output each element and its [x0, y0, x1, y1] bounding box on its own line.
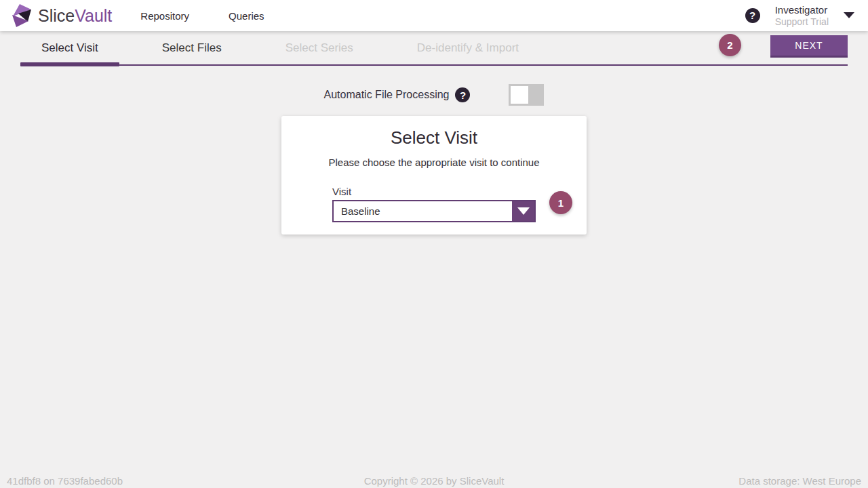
- top-navigation: Repository Queries: [140, 10, 264, 22]
- help-icon[interactable]: ?: [745, 8, 760, 23]
- visit-field: Visit Baseline: [332, 186, 536, 222]
- brand-logo[interactable]: SliceVault: [9, 3, 112, 28]
- tab-select-visit[interactable]: Select Visit: [20, 31, 119, 64]
- wizard-tabbar-inner: Select Visit Select Files Select Series …: [20, 31, 848, 66]
- nav-item-queries[interactable]: Queries: [229, 10, 264, 22]
- brand-name-part1: Slice: [38, 6, 75, 25]
- auto-processing-toggle[interactable]: [509, 84, 544, 106]
- slicevault-logo-icon: [9, 3, 33, 28]
- footer-copyright: Copyright © 2026 by SliceVault: [0, 475, 868, 487]
- card-title: Select Visit: [281, 127, 587, 148]
- app-header: SliceVault Repository Queries ? Investig…: [0, 0, 868, 31]
- user-menu[interactable]: Investigator Support Trial: [775, 4, 829, 28]
- brand-name: SliceVault: [38, 6, 112, 26]
- visit-select-value: Baseline: [334, 205, 512, 217]
- main-content: Automatic File Processing ? Select Visit…: [0, 66, 868, 488]
- auto-processing-help-icon[interactable]: ?: [455, 87, 470, 102]
- tab-select-files[interactable]: Select Files: [141, 31, 243, 64]
- dropdown-arrow-icon: [517, 207, 530, 215]
- select-visit-card: Select Visit Please choose the appropria…: [281, 116, 587, 235]
- visit-select[interactable]: Baseline: [332, 200, 536, 222]
- visit-select-dropdown-button[interactable]: [512, 201, 534, 221]
- auto-processing-label: Automatic File Processing: [324, 89, 450, 101]
- step-badge-1: 1: [549, 191, 572, 214]
- tab-deidentify-import: De-identify & Import: [396, 31, 540, 64]
- user-name: Investigator: [775, 4, 829, 16]
- next-button[interactable]: NEXT: [770, 35, 848, 58]
- tab-select-series: Select Series: [264, 31, 374, 64]
- card-subtitle: Please choose the appropriate visit to c…: [281, 157, 587, 168]
- header-right: ? Investigator Support Trial: [745, 4, 859, 28]
- footer-data-storage: Data storage: West Europe: [738, 475, 861, 487]
- auto-processing-row: Automatic File Processing ?: [0, 84, 868, 106]
- nav-item-repository[interactable]: Repository: [140, 10, 189, 22]
- user-role: Support Trial: [775, 16, 829, 28]
- wizard-tabbar: Select Visit Select Files Select Series …: [0, 31, 868, 66]
- visit-field-label: Visit: [332, 186, 536, 197]
- brand-name-part2: Vault: [75, 6, 112, 25]
- chevron-down-icon[interactable]: [844, 12, 854, 18]
- step-badge-2: 2: [719, 34, 741, 56]
- toggle-knob: [511, 86, 528, 104]
